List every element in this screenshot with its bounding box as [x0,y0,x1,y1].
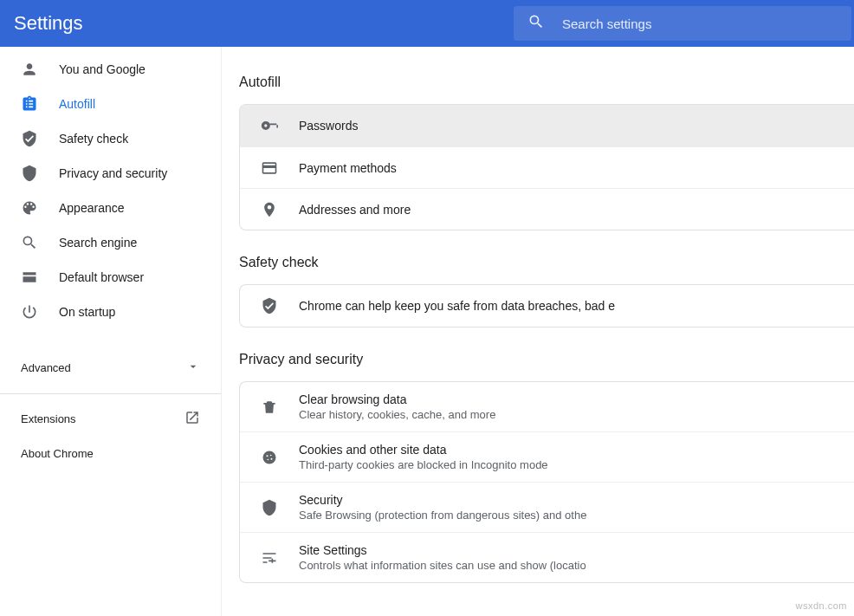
row-label: Chrome can help keep you safe from data … [299,299,615,313]
row-label: Cookies and other site data [299,443,548,457]
search-box[interactable] [514,6,851,41]
about-label: About Chrome [21,447,94,460]
sidebar-item-label: You and Google [59,62,146,76]
sidebar-item-privacy[interactable]: Privacy and security [0,156,214,191]
row-label: Site Settings [299,543,586,557]
sidebar: You and Google Autofill Safety check Pri… [0,47,222,616]
sidebar-item-label: Autofill [59,97,95,111]
svg-point-1 [267,455,268,457]
sidebar-item-safety-check[interactable]: Safety check [0,121,214,156]
row-sub: Clear history, cookies, cache, and more [299,408,495,421]
chevron-down-icon [186,360,200,376]
watermark: wsxdn.com [795,600,847,611]
row-sub: Third-party cookies are blocked in Incog… [299,458,548,471]
sidebar-item-label: Privacy and security [59,166,167,180]
extensions-label: Extensions [21,412,76,425]
row-security[interactable]: Security Safe Browsing (protection from … [240,482,854,532]
advanced-label: Advanced [21,361,71,374]
row-site-settings[interactable]: Site Settings Controls what information … [240,532,854,582]
person-icon [21,61,38,78]
row-addresses[interactable]: Addresses and more [240,188,854,230]
trash-icon [261,399,278,416]
card-icon [261,159,278,177]
privacy-card: Clear browsing data Clear history, cooki… [239,381,854,583]
svg-point-2 [270,454,272,456]
row-label: Payment methods [299,161,397,175]
svg-point-0 [263,451,276,464]
row-label: Clear browsing data [299,392,495,406]
safety-card: Chrome can help keep you safe from data … [239,284,854,327]
sidebar-item-label: Default browser [59,270,144,284]
page-title: Settings [0,12,83,35]
shield-icon [261,499,278,516]
sidebar-item-label: Appearance [59,201,125,215]
power-icon [21,303,38,321]
main-content: Autofill Passwords Payment methods [222,47,854,616]
row-sub: Controls what information sites can use … [299,559,586,572]
row-passwords[interactable]: Passwords [240,105,854,146]
sidebar-item-label: On startup [59,305,115,319]
header-bar: Settings [0,0,854,47]
section-title-safety: Safety check [222,255,854,270]
place-icon [261,201,278,218]
sidebar-item-default-browser[interactable]: Default browser [0,260,214,295]
search-icon [21,234,38,251]
cookie-icon [261,449,278,466]
row-clear-browsing-data[interactable]: Clear browsing data Clear history, cooki… [240,382,854,431]
svg-point-4 [271,457,273,459]
row-safety-check[interactable]: Chrome can help keep you safe from data … [240,285,854,327]
row-sub: Safe Browsing (protection from dangerous… [299,509,586,522]
search-input[interactable] [562,16,838,31]
section-title-privacy: Privacy and security [222,352,854,367]
key-icon [261,117,278,134]
sidebar-item-label: Safety check [59,132,128,146]
section-autofill: Autofill Passwords Payment methods [222,75,854,230]
shield-icon [21,165,38,182]
section-safety-check: Safety check Chrome can help keep you sa… [222,255,854,327]
search-icon [527,13,545,34]
sidebar-item-appearance[interactable]: Appearance [0,191,214,225]
sidebar-item-autofill[interactable]: Autofill [0,87,214,121]
shield-check-icon [21,130,38,147]
section-privacy: Privacy and security Clear browsing data… [222,352,854,583]
row-label: Addresses and more [299,203,411,217]
sidebar-divider [0,393,221,394]
sidebar-item-label: Search engine [59,236,137,250]
sidebar-advanced[interactable]: Advanced [0,350,221,385]
row-cookies[interactable]: Cookies and other site data Third-party … [240,431,854,482]
sidebar-item-you-and-google[interactable]: You and Google [0,52,214,87]
autofill-card: Passwords Payment methods Addresses and … [239,104,854,230]
sidebar-item-search-engine[interactable]: Search engine [0,225,214,260]
section-title-autofill: Autofill [222,75,854,90]
svg-point-3 [268,458,269,460]
browser-icon [21,269,38,286]
sidebar-extensions[interactable]: Extensions [0,401,221,436]
assignment-icon [21,95,38,113]
row-label: Security [299,493,586,507]
sidebar-item-on-startup[interactable]: On startup [0,295,214,329]
row-payment-methods[interactable]: Payment methods [240,146,854,188]
sidebar-about-chrome[interactable]: About Chrome [0,436,221,470]
row-label: Passwords [299,119,358,133]
shield-check-icon [261,297,278,314]
palette-icon [21,199,38,217]
tune-icon [261,549,278,567]
open-in-new-icon [184,410,200,428]
